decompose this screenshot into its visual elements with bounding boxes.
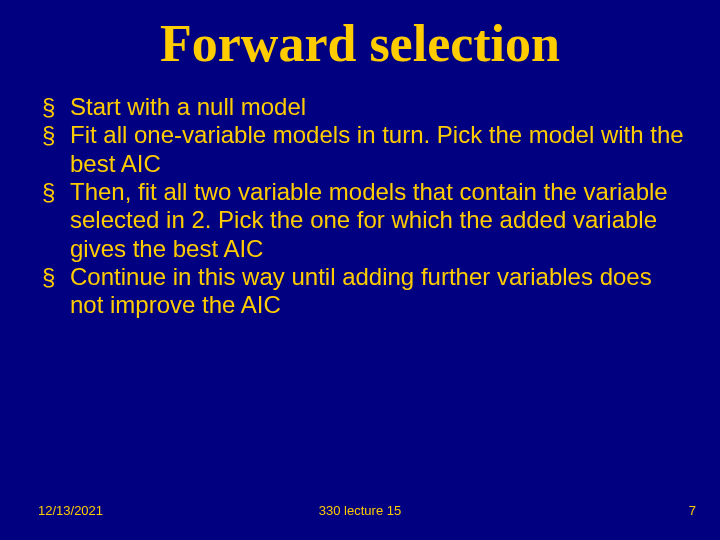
list-item: Continue in this way until adding furthe… [38,263,690,320]
bullet-list: Start with a null model Fit all one-vari… [38,93,690,320]
list-item: Start with a null model [38,93,690,121]
list-item: Then, fit all two variable models that c… [38,178,690,263]
list-item: Fit all one-variable models in turn. Pic… [38,121,690,178]
slide-title: Forward selection [0,0,720,93]
slide-content: Start with a null model Fit all one-vari… [0,93,720,320]
footer-center: 330 lecture 15 [0,503,720,518]
slide: Forward selection Start with a null mode… [0,0,720,540]
footer-page-number: 7 [689,503,696,518]
